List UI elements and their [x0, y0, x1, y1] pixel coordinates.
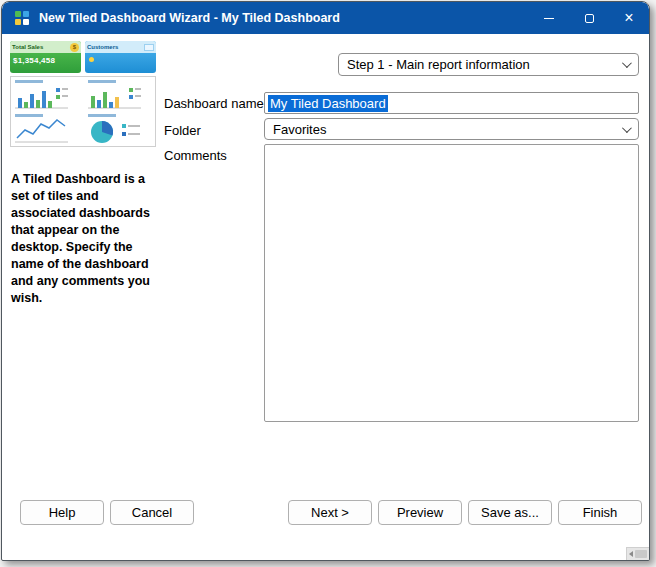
- status-dot-icon: [89, 57, 94, 62]
- money-bag-icon: $: [70, 43, 79, 52]
- scroll-left-icon: [629, 551, 633, 557]
- close-icon: ×: [624, 10, 633, 26]
- description-text: A Tiled Dashboard is a set of tiles and …: [11, 171, 156, 307]
- preview-tile-customers: Customers: [85, 41, 156, 73]
- titlebar[interactable]: New Tiled Dashboard Wizard - My Tiled Da…: [2, 2, 649, 34]
- folder-select[interactable]: Favorites: [264, 118, 639, 140]
- resize-grip[interactable]: [626, 547, 650, 561]
- cancel-button[interactable]: Cancel: [110, 500, 194, 525]
- minimize-icon: [544, 18, 554, 19]
- comments-label: Comments: [164, 148, 227, 163]
- close-button[interactable]: ×: [609, 2, 649, 34]
- tile-label: Customers: [87, 44, 118, 50]
- chevron-down-icon: [622, 58, 632, 68]
- maximize-button[interactable]: [569, 2, 609, 34]
- app-icon: [14, 10, 30, 26]
- dashboard-name-label: Dashboard name: [164, 96, 264, 111]
- mini-charts-image: [10, 76, 156, 147]
- dashboard-preview-thumbnail: Total Sales $ $1,354,458 Customers: [10, 41, 156, 151]
- folder-value: Favorites: [273, 122, 326, 137]
- folder-label: Folder: [164, 123, 201, 138]
- next-button[interactable]: Next >: [288, 500, 372, 525]
- tile-label: Total Sales: [12, 44, 43, 50]
- dialog-window: New Tiled Dashboard Wizard - My Tiled Da…: [1, 1, 650, 561]
- dashboard-name-value: My Tiled Dashboard: [268, 95, 388, 112]
- finish-button[interactable]: Finish: [558, 500, 642, 525]
- chevron-down-icon: [622, 123, 632, 133]
- comments-textarea[interactable]: [264, 144, 639, 422]
- step-selector-value: Step 1 - Main report information: [347, 57, 530, 72]
- help-button[interactable]: Help: [20, 500, 104, 525]
- tile-value: $1,354,458: [10, 53, 81, 65]
- scrollbar-thumb: [635, 550, 647, 558]
- preview-tile-total-sales: Total Sales $ $1,354,458: [10, 41, 81, 73]
- preview-button[interactable]: Preview: [378, 500, 462, 525]
- minimize-button[interactable]: [529, 2, 569, 34]
- window-title: New Tiled Dashboard Wizard - My Tiled Da…: [39, 11, 340, 25]
- preview-tiles: Total Sales $ $1,354,458 Customers: [10, 41, 156, 73]
- window-controls: ×: [529, 2, 649, 34]
- save-as-button[interactable]: Save as...: [468, 500, 552, 525]
- maximize-icon: [585, 14, 594, 23]
- monitor-icon: [144, 44, 154, 51]
- dashboard-name-input[interactable]: My Tiled Dashboard: [264, 92, 639, 114]
- step-selector[interactable]: Step 1 - Main report information: [338, 53, 639, 76]
